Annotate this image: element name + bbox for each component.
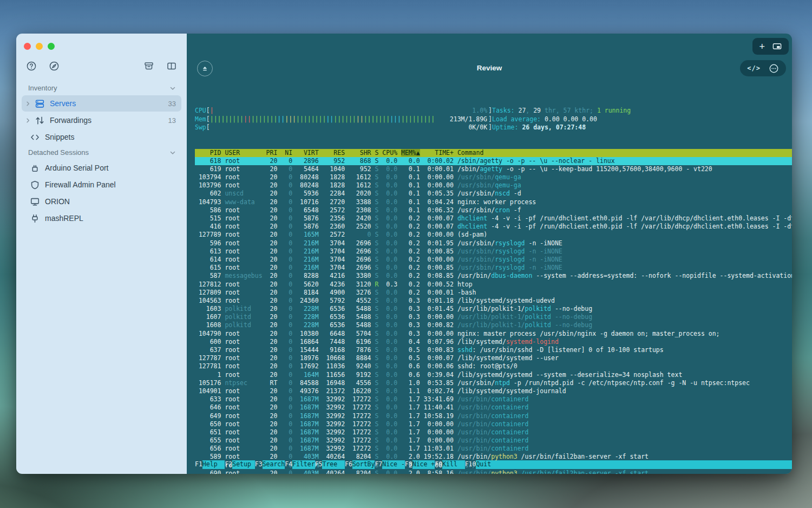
snippets-icon (28, 132, 41, 142)
fkey-action-F9[interactable]: Kill (442, 460, 465, 469)
sidebar-item-label: ORION (45, 197, 176, 206)
sidebar: InventoryServers33Forwardings13SnippetsD… (16, 34, 187, 474)
process-row-127781[interactable]: 127781 root 20 0 17692 11036 9240 S 0.0 … (195, 362, 792, 370)
process-row-650[interactable]: 650 root 20 0 1687M 32992 17272 S 0.0 1.… (195, 420, 792, 428)
process-row-600[interactable]: 600 root 20 0 16864 7448 6196 S 0.0 0.4 … (195, 338, 792, 346)
section-header-inventory[interactable]: Inventory (22, 81, 181, 95)
compass-icon[interactable] (49, 61, 60, 71)
firewall-icon (28, 179, 41, 190)
htop-meters: CPU[|1.0%]Tasks: 27, 29 thr, 57 kthr; 1 … (195, 107, 792, 132)
fkey-F4[interactable]: F4 (285, 460, 292, 469)
process-row-104790[interactable]: 104790 root 20 0 10380 6648 5704 S 0.0 0… (195, 330, 792, 338)
servers-icon (33, 98, 46, 109)
help-icon[interactable] (26, 61, 37, 71)
process-row-633[interactable]: 633 root 20 0 1687M 32992 17272 S 0.0 1.… (195, 395, 792, 403)
process-row-1[interactable]: 1 root 20 0 164M 11656 9192 S 0.0 0.6 0:… (195, 371, 792, 379)
sidebar-item-mashrepl[interactable]: mashREPL (22, 210, 181, 226)
new-window-icon[interactable] (772, 41, 782, 51)
cpu-meter: CPU[|1.0%] (195, 107, 492, 115)
process-row-127787[interactable]: 127787 root 20 0 18976 10668 8884 S 0.0 … (195, 354, 792, 362)
process-row-104793[interactable]: 104793 www-data 20 0 10716 2720 3388 S 0… (195, 198, 792, 206)
archive-icon[interactable] (143, 61, 154, 71)
process-row-656[interactable]: 656 root 20 0 1687M 32992 17272 S 0.0 1.… (195, 445, 792, 453)
fkey-action-F1[interactable]: Help (202, 460, 225, 469)
chevron-down-icon (169, 85, 176, 92)
terminal-screen[interactable]: CPU[|1.0%]Tasks: 27, 29 thr, 57 kthr; 1 … (195, 90, 792, 474)
sidebar-item-orion[interactable]: ORION (22, 193, 181, 210)
process-row-127809[interactable]: 127809 root 20 0 8184 4900 3276 S 0.0 0.… (195, 289, 792, 297)
process-row-127789[interactable]: 127789 root 20 0 165M 2572 0 S 0.0 0.2 0… (195, 231, 792, 239)
process-row-589[interactable]: 589 root 20 0 403M 40264 8204 S 0.0 2.0 … (195, 453, 792, 461)
process-row-105176[interactable]: 105176 ntpsec RT 0 84588 16948 4556 S 0.… (195, 379, 792, 387)
process-row-127812[interactable]: 127812 root 20 0 5620 4236 3120 R 0.3 0.… (195, 281, 792, 289)
process-row-646[interactable]: 646 root 20 0 1687M 32992 17272 S 0.0 1.… (195, 403, 792, 412)
fkey-F3[interactable]: F3 (255, 460, 263, 469)
process-row-619[interactable]: 619 root 20 0 5464 1040 952 S 0.0 0.1 0:… (195, 165, 792, 173)
sidebar-toolbar (16, 61, 187, 71)
process-row-618[interactable]: 618 root 20 0 2896 952 868 S 0.0 0.0 0:0… (195, 157, 792, 165)
process-row-586[interactable]: 586 root 20 0 6548 2572 2308 S 0.0 0.1 0… (195, 206, 792, 214)
sidebar-item-snippets[interactable]: Snippets (22, 129, 181, 145)
close-button[interactable] (24, 43, 31, 50)
fkey-F9[interactable]: F9 (435, 460, 442, 469)
process-row-103794[interactable]: 103794 root 20 0 80248 1828 1612 S 0.0 0… (195, 173, 792, 181)
uptime: Uptime: 26 days, 07:27:48 (492, 123, 586, 132)
sidebar-item-arduino-serial-port[interactable]: Arduino Serial Port (22, 160, 181, 176)
process-row-1603[interactable]: 1603 polkitd 20 0 228M 6536 5488 S 0.0 0… (195, 305, 792, 313)
process-row-651[interactable]: 651 root 20 0 1687M 32992 17272 S 0.0 1.… (195, 428, 792, 437)
snippets-code-icon[interactable]: </> (747, 64, 761, 72)
sidebar-item-firewall-admin-panel[interactable]: Firewall Admin Panel (22, 177, 181, 193)
process-row-649[interactable]: 649 root 20 0 1687M 32992 17272 S 0.0 1.… (195, 412, 792, 420)
zoom-button[interactable] (48, 43, 55, 50)
new-tab-button[interactable]: + (759, 42, 765, 51)
terminal-actions: </> (740, 60, 786, 76)
fkey-action-F4[interactable]: Filter (292, 460, 315, 469)
sidebar-item-forwardings[interactable]: Forwardings13 (22, 112, 181, 128)
section-header-detached-sessions[interactable]: Detached Sessions (22, 146, 181, 159)
minimize-button[interactable] (36, 43, 43, 50)
process-row-596[interactable]: 596 root 20 0 216M 3704 2696 S 0.0 0.2 0… (195, 239, 792, 248)
fnbar-fill (499, 460, 792, 469)
fkey-action-F10[interactable]: Quit (476, 460, 499, 469)
process-table-header[interactable]: PID USER PRI NI VIRT RES SHR S CPU% MEM%… (195, 149, 792, 157)
fkey-F10[interactable]: F10 (465, 460, 476, 469)
toggle-sidebar-icon[interactable] (166, 61, 177, 71)
fkey-action-F2[interactable]: Setup (232, 460, 255, 469)
chevron-right-icon[interactable] (25, 118, 31, 123)
fkey-action-F7[interactable]: Nice - (382, 460, 405, 469)
process-row-587[interactable]: 587 messagebus 20 0 8288 4216 3380 S 0.0… (195, 272, 792, 280)
process-row-615[interactable]: 615 root 20 0 216M 3704 2696 S 0.0 0.2 0… (195, 264, 792, 272)
process-row-614[interactable]: 614 root 20 0 216M 3704 2696 S 0.0 0.2 0… (195, 256, 792, 264)
fkey-F8[interactable]: F8 (405, 460, 412, 469)
more-options-icon[interactable] (769, 63, 779, 74)
process-row-602[interactable]: 602 unscd 20 0 5936 2284 2020 S 0.0 0.1 … (195, 190, 792, 198)
sidebar-sections: InventoryServers33Forwardings13SnippetsD… (16, 81, 187, 226)
swp-meter: Swp[0K/0K] (195, 123, 492, 132)
process-row-104563[interactable]: 104563 root 20 0 24360 5792 4552 S 0.0 0… (195, 297, 792, 305)
process-row-1608[interactable]: 1608 polkitd 20 0 228M 6536 5488 S 0.0 0… (195, 321, 792, 329)
fkey-action-F5[interactable]: Tree (322, 460, 345, 469)
process-row-103796[interactable]: 103796 root 20 0 80248 1828 1612 S 0.0 0… (195, 181, 792, 190)
serial-icon (28, 162, 41, 173)
fkey-F7[interactable]: F7 (375, 460, 382, 469)
process-table: PID USER PRI NI VIRT RES SHR S CPU% MEM%… (195, 149, 792, 474)
process-row-104901[interactable]: 104901 root 20 0 49376 21372 16220 S 0.0… (195, 387, 792, 395)
process-row-613[interactable]: 613 root 20 0 216M 3704 2696 S 0.0 0.2 0… (195, 248, 792, 256)
fkey-F6[interactable]: F6 (345, 460, 352, 469)
fkey-F2[interactable]: F2 (225, 460, 232, 469)
process-row-416[interactable]: 416 root 20 0 5876 2360 2520 S 0.0 0.2 0… (195, 223, 792, 231)
fkey-F1[interactable]: F1 (195, 460, 202, 469)
sidebar-item-servers[interactable]: Servers33 (22, 95, 181, 112)
fkey-action-F6[interactable]: SortBy (352, 460, 375, 469)
load-average: Load average: 0.00 0.00 0.00 (492, 115, 597, 124)
process-row-690[interactable]: 690 root 20 0 403M 40264 8204 S 0.0 2.0 … (195, 470, 792, 474)
process-row-655[interactable]: 655 root 20 0 1687M 32992 17272 S 0.0 1.… (195, 437, 792, 445)
process-row-515[interactable]: 515 root 20 0 5876 2356 2420 S 0.0 0.2 0… (195, 214, 792, 223)
fkey-action-F3[interactable]: Search (263, 460, 285, 469)
process-row-637[interactable]: 637 root 20 0 15444 9168 7876 S 0.0 0.5 … (195, 346, 792, 354)
chevron-right-icon[interactable] (25, 101, 31, 107)
fkey-F5[interactable]: F5 (315, 460, 323, 469)
process-row-1607[interactable]: 1607 polkitd 20 0 228M 6536 5488 S 0.0 0… (195, 313, 792, 321)
app-window: InventoryServers33Forwardings13SnippetsD… (16, 34, 792, 474)
fkey-action-F8[interactable]: Nice + (412, 460, 435, 469)
